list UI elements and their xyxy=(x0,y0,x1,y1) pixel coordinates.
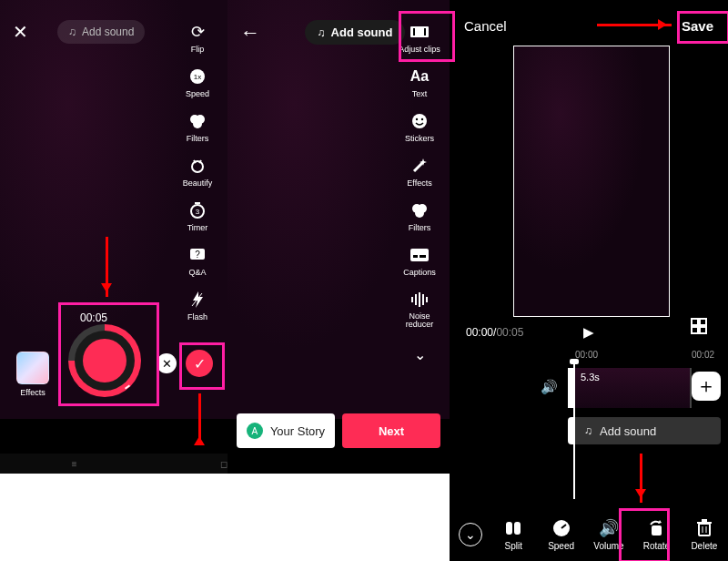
svg-point-4 xyxy=(193,119,202,128)
noise-reducer-icon xyxy=(410,290,430,310)
music-note-icon: ♫ xyxy=(68,26,76,38)
delete-button[interactable]: Delete xyxy=(681,519,728,551)
add-sound-label: Add sound xyxy=(82,26,134,38)
play-icon[interactable]: ▶ xyxy=(583,324,594,341)
speed-button[interactable]: Speed xyxy=(537,519,584,551)
stage: { "panel1": { "add_sound": "Add sound", … xyxy=(0,0,728,561)
speed-icon: 1x xyxy=(187,66,207,87)
fullscreen-icon[interactable] xyxy=(699,326,712,339)
adjust-clips-screen: Cancel Save 00:00/00:05 ▶ 00:00 00:02 🔊 … xyxy=(450,0,728,561)
add-sound-label: Add sound xyxy=(600,424,656,438)
svg-rect-22 xyxy=(413,255,418,258)
add-clip-button[interactable]: ＋ xyxy=(692,372,721,401)
svg-rect-30 xyxy=(514,522,521,535)
captions-tool[interactable]: Captions xyxy=(403,245,436,277)
split-button[interactable]: Split xyxy=(490,519,537,551)
rotate-button[interactable]: Rotate xyxy=(632,519,680,551)
svg-point-15 xyxy=(412,114,427,128)
add-sound-button[interactable]: ♫ Add sound xyxy=(305,20,406,45)
rotate-icon xyxy=(647,519,665,537)
annotation-arrow-to-confirm xyxy=(198,393,201,444)
video-track[interactable]: 🔊 5.3s ＋ xyxy=(450,368,728,408)
your-story-button[interactable]: A Your Story xyxy=(237,413,335,448)
record-dot xyxy=(83,339,126,382)
effects-icon xyxy=(410,156,430,176)
svg-rect-26 xyxy=(419,292,420,307)
svg-point-17 xyxy=(421,118,423,120)
camera-tools-column: ⟳Flip 1xSpeed Filters Beautify 3Timer ?Q… xyxy=(175,22,220,321)
text-icon: Aa xyxy=(410,66,430,87)
svg-rect-28 xyxy=(426,297,428,302)
chevron-down-icon[interactable]: ⌄ xyxy=(414,346,426,363)
music-note-icon: ♫ xyxy=(318,26,326,39)
svg-rect-14 xyxy=(424,28,426,36)
text-tool[interactable]: AaText xyxy=(410,66,430,98)
collapse-toolbar-icon[interactable]: ⌄ xyxy=(459,523,482,546)
svg-text:?: ? xyxy=(195,250,200,260)
speed-icon xyxy=(552,519,571,537)
add-sound-pill[interactable]: ♫ Add sound xyxy=(57,20,145,44)
qa-tool[interactable]: ?Q&A xyxy=(187,245,207,277)
adjust-clips-icon xyxy=(410,22,430,42)
next-button[interactable]: Next xyxy=(342,413,440,448)
svg-rect-33 xyxy=(699,524,710,536)
effects-thumbnail xyxy=(16,352,49,384)
timer-tool[interactable]: 3Timer xyxy=(187,200,208,232)
adjust-clips-tool[interactable]: Adjust clips xyxy=(399,22,440,54)
filters-icon xyxy=(187,111,207,131)
captions-icon xyxy=(410,245,430,265)
editor-toolbar: ⌄ Split Speed 🔊Volume Rotate Delete xyxy=(450,508,728,561)
video-clip[interactable]: 5.3s xyxy=(568,368,692,408)
add-sound-track[interactable]: ♫ Add sound xyxy=(568,417,721,444)
svg-point-20 xyxy=(415,209,424,218)
volume-icon[interactable]: 🔊 xyxy=(541,379,558,395)
svg-point-16 xyxy=(416,118,418,120)
your-story-label: Your Story xyxy=(270,424,325,438)
save-button[interactable]: Save xyxy=(682,18,713,34)
annotation-arrow-to-record xyxy=(106,237,108,297)
cancel-button[interactable]: Cancel xyxy=(464,18,507,34)
svg-text:3: 3 xyxy=(196,208,200,216)
flip-tool[interactable]: ⟳Flip xyxy=(187,22,207,54)
filters-tool[interactable]: Filters xyxy=(409,200,431,232)
avatar: A xyxy=(247,423,263,439)
nav-recents-icon[interactable]: ≡ xyxy=(72,459,77,469)
effects-label: Effects xyxy=(20,388,45,397)
svg-rect-27 xyxy=(422,294,424,305)
close-icon[interactable]: ✕ xyxy=(13,21,28,43)
confirm-clip-button[interactable]: ✓ xyxy=(186,350,213,377)
discard-clip-button[interactable]: ✕ xyxy=(157,353,177,373)
nav-home-icon[interactable]: ◻ xyxy=(220,459,228,469)
trash-icon xyxy=(696,519,713,537)
record-button[interactable] xyxy=(68,324,141,397)
noise-reducer-tool[interactable]: Noise reducer xyxy=(406,290,434,330)
effects-button[interactable]: Effects xyxy=(16,352,49,397)
stickers-icon xyxy=(410,111,430,131)
back-arrow-icon[interactable]: ← xyxy=(240,21,260,45)
svg-rect-25 xyxy=(415,294,417,305)
beautify-tool[interactable]: Beautify xyxy=(183,156,213,188)
split-icon xyxy=(504,519,522,537)
svg-rect-8 xyxy=(195,202,200,204)
volume-button[interactable]: 🔊Volume xyxy=(585,519,632,551)
svg-rect-35 xyxy=(702,519,707,522)
flash-tool[interactable]: Flash xyxy=(187,290,207,321)
svg-rect-24 xyxy=(411,297,413,302)
editor-preview xyxy=(513,46,670,317)
svg-rect-34 xyxy=(697,522,712,524)
editor-header: Cancel Save xyxy=(450,18,728,34)
beautify-icon xyxy=(187,156,207,176)
edit-tools-column: Adjust clips AaText Stickers Effects Fil… xyxy=(397,22,442,363)
filters-icon xyxy=(410,200,430,220)
timeline-ruler: 00:00 00:02 xyxy=(450,350,728,362)
stickers-tool[interactable]: Stickers xyxy=(405,111,434,143)
effects-tool[interactable]: Effects xyxy=(407,156,431,188)
flip-icon: ⟳ xyxy=(187,22,207,42)
speed-tool[interactable]: 1xSpeed xyxy=(186,66,209,98)
svg-rect-23 xyxy=(420,255,426,258)
timer-icon: 3 xyxy=(187,200,207,220)
svg-rect-32 xyxy=(652,525,662,536)
qa-icon: ? xyxy=(187,245,207,265)
filters-tool[interactable]: Filters xyxy=(187,111,209,143)
clip-duration: 5.3s xyxy=(581,372,600,382)
